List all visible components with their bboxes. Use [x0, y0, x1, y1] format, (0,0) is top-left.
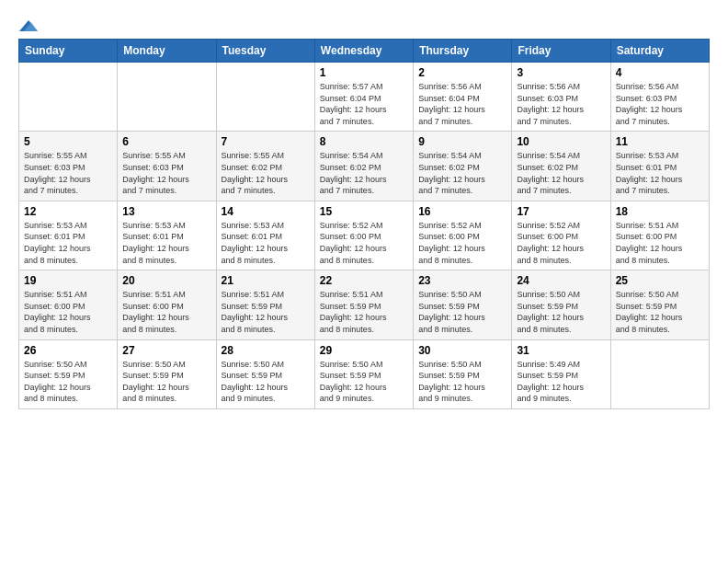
day-info: Sunrise: 5:51 AM Sunset: 5:59 PM Dayligh…: [222, 289, 310, 335]
day-number: 25: [616, 274, 704, 287]
calendar-cell: 9Sunrise: 5:54 AM Sunset: 6:02 PM Daylig…: [414, 132, 512, 201]
calendar-cell: 28Sunrise: 5:50 AM Sunset: 5:59 PM Dayli…: [216, 339, 314, 408]
calendar-cell: 11Sunrise: 5:53 AM Sunset: 6:01 PM Dayli…: [610, 132, 709, 201]
day-number: 14: [222, 205, 310, 218]
calendar-cell: 31Sunrise: 5:49 AM Sunset: 5:59 PM Dayli…: [512, 339, 610, 408]
calendar-cell: 23Sunrise: 5:50 AM Sunset: 5:59 PM Dayli…: [414, 270, 512, 339]
calendar-cell: 13Sunrise: 5:53 AM Sunset: 6:01 PM Dayli…: [118, 201, 216, 270]
calendar-cell: 18Sunrise: 5:51 AM Sunset: 6:00 PM Dayli…: [610, 201, 709, 270]
day-number: 15: [320, 205, 408, 218]
day-info: Sunrise: 5:49 AM Sunset: 5:59 PM Dayligh…: [517, 359, 605, 405]
logo-icon: [19, 18, 38, 33]
day-number: 22: [320, 274, 408, 287]
day-info: Sunrise: 5:56 AM Sunset: 6:04 PM Dayligh…: [418, 81, 506, 127]
day-number: 24: [517, 274, 605, 287]
day-info: Sunrise: 5:50 AM Sunset: 5:59 PM Dayligh…: [320, 359, 408, 405]
day-number: 27: [122, 344, 210, 357]
day-number: 21: [222, 274, 310, 287]
day-number: 30: [418, 344, 506, 357]
calendar-cell: 15Sunrise: 5:52 AM Sunset: 6:00 PM Dayli…: [314, 201, 413, 270]
calendar-cell: 20Sunrise: 5:51 AM Sunset: 6:00 PM Dayli…: [118, 270, 216, 339]
day-info: Sunrise: 5:56 AM Sunset: 6:03 PM Dayligh…: [616, 81, 704, 127]
day-number: 18: [616, 205, 704, 218]
day-number: 11: [616, 135, 704, 148]
calendar-cell: [610, 339, 709, 408]
calendar-week-3: 12Sunrise: 5:53 AM Sunset: 6:01 PM Dayli…: [19, 201, 710, 270]
calendar-cell: 21Sunrise: 5:51 AM Sunset: 5:59 PM Dayli…: [216, 270, 314, 339]
day-number: 23: [418, 274, 506, 287]
day-number: 13: [122, 205, 210, 218]
logo: [18, 18, 39, 29]
calendar-cell: 24Sunrise: 5:50 AM Sunset: 5:59 PM Dayli…: [512, 270, 610, 339]
day-info: Sunrise: 5:56 AM Sunset: 6:03 PM Dayligh…: [517, 81, 605, 127]
weekday-header-thursday: Thursday: [414, 40, 512, 63]
calendar-cell: 14Sunrise: 5:53 AM Sunset: 6:01 PM Dayli…: [216, 201, 314, 270]
weekday-header-row: SundayMondayTuesdayWednesdayThursdayFrid…: [19, 40, 710, 63]
weekday-header-tuesday: Tuesday: [216, 40, 314, 63]
day-number: 4: [616, 66, 704, 79]
day-info: Sunrise: 5:55 AM Sunset: 6:02 PM Dayligh…: [222, 150, 310, 196]
calendar-cell: 1Sunrise: 5:57 AM Sunset: 6:04 PM Daylig…: [314, 63, 413, 132]
day-info: Sunrise: 5:50 AM Sunset: 5:59 PM Dayligh…: [222, 359, 310, 405]
calendar-cell: 29Sunrise: 5:50 AM Sunset: 5:59 PM Dayli…: [314, 339, 413, 408]
calendar-cell: 4Sunrise: 5:56 AM Sunset: 6:03 PM Daylig…: [610, 63, 709, 132]
calendar-week-4: 19Sunrise: 5:51 AM Sunset: 6:00 PM Dayli…: [19, 270, 710, 339]
day-number: 9: [418, 135, 506, 148]
day-info: Sunrise: 5:53 AM Sunset: 6:01 PM Dayligh…: [616, 150, 704, 196]
day-info: Sunrise: 5:53 AM Sunset: 6:01 PM Dayligh…: [222, 220, 310, 266]
calendar-week-5: 26Sunrise: 5:50 AM Sunset: 5:59 PM Dayli…: [19, 339, 710, 408]
day-number: 12: [24, 205, 112, 218]
day-info: Sunrise: 5:50 AM Sunset: 5:59 PM Dayligh…: [418, 289, 506, 335]
weekday-header-monday: Monday: [118, 40, 216, 63]
day-info: Sunrise: 5:53 AM Sunset: 6:01 PM Dayligh…: [122, 220, 210, 266]
day-number: 31: [517, 344, 605, 357]
weekday-header-friday: Friday: [512, 40, 610, 63]
day-info: Sunrise: 5:55 AM Sunset: 6:03 PM Dayligh…: [24, 150, 112, 196]
day-info: Sunrise: 5:51 AM Sunset: 6:00 PM Dayligh…: [24, 289, 112, 335]
calendar-cell: [216, 63, 314, 132]
calendar-cell: 16Sunrise: 5:52 AM Sunset: 6:00 PM Dayli…: [414, 201, 512, 270]
day-info: Sunrise: 5:52 AM Sunset: 6:00 PM Dayligh…: [418, 220, 506, 266]
day-number: 8: [320, 135, 408, 148]
day-number: 17: [517, 205, 605, 218]
day-info: Sunrise: 5:55 AM Sunset: 6:03 PM Dayligh…: [122, 150, 210, 196]
day-info: Sunrise: 5:51 AM Sunset: 5:59 PM Dayligh…: [320, 289, 408, 335]
day-info: Sunrise: 5:50 AM Sunset: 5:59 PM Dayligh…: [616, 289, 704, 335]
day-info: Sunrise: 5:50 AM Sunset: 5:59 PM Dayligh…: [24, 359, 112, 405]
day-info: Sunrise: 5:52 AM Sunset: 6:00 PM Dayligh…: [517, 220, 605, 266]
day-info: Sunrise: 5:50 AM Sunset: 5:59 PM Dayligh…: [122, 359, 210, 405]
day-number: 7: [222, 135, 310, 148]
day-info: Sunrise: 5:50 AM Sunset: 5:59 PM Dayligh…: [517, 289, 605, 335]
calendar-cell: 12Sunrise: 5:53 AM Sunset: 6:01 PM Dayli…: [19, 201, 118, 270]
weekday-header-saturday: Saturday: [610, 40, 709, 63]
calendar-table: SundayMondayTuesdayWednesdayThursdayFrid…: [18, 39, 710, 409]
day-info: Sunrise: 5:54 AM Sunset: 6:02 PM Dayligh…: [418, 150, 506, 196]
day-info: Sunrise: 5:54 AM Sunset: 6:02 PM Dayligh…: [517, 150, 605, 196]
calendar-cell: 26Sunrise: 5:50 AM Sunset: 5:59 PM Dayli…: [19, 339, 118, 408]
calendar-cell: 7Sunrise: 5:55 AM Sunset: 6:02 PM Daylig…: [216, 132, 314, 201]
day-number: 28: [222, 344, 310, 357]
page-header: [18, 18, 710, 29]
day-number: 19: [24, 274, 112, 287]
calendar-week-1: 1Sunrise: 5:57 AM Sunset: 6:04 PM Daylig…: [19, 63, 710, 132]
calendar-cell: 17Sunrise: 5:52 AM Sunset: 6:00 PM Dayli…: [512, 201, 610, 270]
day-info: Sunrise: 5:52 AM Sunset: 6:00 PM Dayligh…: [320, 220, 408, 266]
day-number: 29: [320, 344, 408, 357]
day-info: Sunrise: 5:54 AM Sunset: 6:02 PM Dayligh…: [320, 150, 408, 196]
calendar-cell: 6Sunrise: 5:55 AM Sunset: 6:03 PM Daylig…: [118, 132, 216, 201]
day-number: 3: [517, 66, 605, 79]
weekday-header-wednesday: Wednesday: [314, 40, 413, 63]
day-number: 16: [418, 205, 506, 218]
calendar-cell: 10Sunrise: 5:54 AM Sunset: 6:02 PM Dayli…: [512, 132, 610, 201]
calendar-cell: [118, 63, 216, 132]
calendar-cell: 3Sunrise: 5:56 AM Sunset: 6:03 PM Daylig…: [512, 63, 610, 132]
day-info: Sunrise: 5:50 AM Sunset: 5:59 PM Dayligh…: [418, 359, 506, 405]
day-number: 10: [517, 135, 605, 148]
weekday-header-sunday: Sunday: [19, 40, 118, 63]
day-number: 2: [418, 66, 506, 79]
calendar-cell: 22Sunrise: 5:51 AM Sunset: 5:59 PM Dayli…: [314, 270, 413, 339]
day-info: Sunrise: 5:51 AM Sunset: 6:00 PM Dayligh…: [616, 220, 704, 266]
calendar-cell: 8Sunrise: 5:54 AM Sunset: 6:02 PM Daylig…: [314, 132, 413, 201]
calendar-cell: 27Sunrise: 5:50 AM Sunset: 5:59 PM Dayli…: [118, 339, 216, 408]
day-number: 5: [24, 135, 112, 148]
